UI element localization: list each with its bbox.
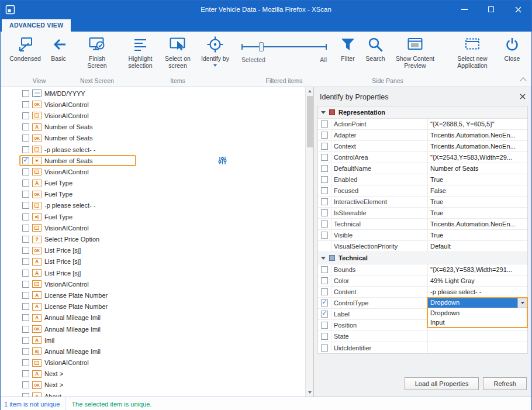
tree-item-checkbox[interactable] xyxy=(22,213,29,220)
property-row[interactable]: AdapterTricentis.Automation.NeoEn... xyxy=(318,130,527,141)
tree-item-checkbox[interactable] xyxy=(22,337,29,344)
tree-row[interactable]: ?Select Price Option xyxy=(1,233,305,244)
property-row[interactable]: UidcIdentifier xyxy=(318,342,527,353)
property-row[interactable]: IsSteerableTrue xyxy=(318,208,527,219)
tree-row[interactable]: a|Annual Mileage Imil xyxy=(1,346,305,357)
property-row[interactable]: VisualSelectionPriorityDefault xyxy=(318,241,527,252)
tree-row[interactable]: AAnnual Mileage Imil xyxy=(1,312,305,323)
tree-item-checkbox[interactable] xyxy=(22,270,29,277)
dropdown-combo[interactable]: Dropdown xyxy=(428,298,527,308)
property-checkbox[interactable] xyxy=(321,322,328,329)
property-section-header[interactable]: Representation xyxy=(318,106,527,119)
property-row[interactable]: VisibleTrue xyxy=(318,230,527,241)
tree-row[interactable]: AAbout xyxy=(1,391,305,397)
property-checkbox[interactable] xyxy=(321,154,328,161)
tree-row[interactable]: OKFuel Type xyxy=(1,189,305,200)
property-row[interactable]: ContextTricentis.Automation.NeoEn... xyxy=(318,141,527,152)
select-on-screen-button[interactable]: Select on screen xyxy=(160,35,196,70)
property-row[interactable]: DefaultNameNumber of Seats xyxy=(318,163,527,174)
property-checkbox[interactable] xyxy=(321,120,328,128)
tree-item-checkbox[interactable] xyxy=(22,157,29,164)
property-checkbox[interactable] xyxy=(321,232,328,239)
property-checkbox[interactable] xyxy=(321,198,328,205)
property-checkbox[interactable] xyxy=(321,143,328,150)
expand-triangle-icon[interactable] xyxy=(321,111,326,114)
filter-button[interactable]: Filter xyxy=(335,35,361,62)
tree-row[interactable]: ALicense Plate Number xyxy=(1,290,305,301)
property-checkbox[interactable] xyxy=(321,299,328,306)
close-button[interactable] xyxy=(505,1,531,18)
tree-item-checkbox[interactable] xyxy=(22,381,29,388)
tree-row[interactable]: AList Price [sj] xyxy=(1,256,305,267)
close-properties-button[interactable] xyxy=(520,93,526,101)
search-button[interactable]: Search xyxy=(362,35,389,62)
tree-row[interactable]: OKList Price [sj] xyxy=(1,245,305,256)
tree-row[interactable]: AImil xyxy=(1,335,305,346)
scroll-up-icon[interactable] xyxy=(306,87,313,95)
property-checkbox[interactable] xyxy=(321,333,328,340)
dropdown-arrow-button[interactable] xyxy=(517,298,527,308)
property-checkbox[interactable] xyxy=(321,176,328,183)
tree-row[interactable]: OKAnnual Mileage Imil xyxy=(1,323,305,335)
scroll-down-icon[interactable] xyxy=(306,388,313,397)
expand-triangle-icon[interactable] xyxy=(321,257,326,260)
tree-row[interactable]: AList Price [sj] xyxy=(1,267,305,278)
tab-advanced-view[interactable]: ADVANCED VIEW xyxy=(2,19,71,32)
tree-row[interactable]: ANumber of Seats xyxy=(1,122,305,133)
tree-row[interactable]: VisionAIControl xyxy=(1,278,305,290)
property-row[interactable]: InteractiveElementTrue xyxy=(318,197,527,208)
identify-by-button[interactable]: Identify by xyxy=(197,35,233,67)
controltype-dropdown[interactable]: DropdownDropdownInput xyxy=(427,297,528,328)
show-content-preview-button[interactable]: Show Content Preview xyxy=(390,35,440,70)
property-checkbox[interactable] xyxy=(321,288,328,295)
tree-item-checkbox[interactable] xyxy=(22,348,29,355)
property-row[interactable]: ActionPoint"{X=2688,5, Y=605,5}" xyxy=(318,119,527,130)
maximize-button[interactable] xyxy=(478,1,505,18)
tree-item-checkbox[interactable] xyxy=(22,359,29,366)
tree-item-checkbox[interactable] xyxy=(22,281,29,288)
dropdown-option[interactable]: Input xyxy=(428,318,527,327)
tree-item-checkbox[interactable] xyxy=(22,303,29,310)
property-row[interactable]: Bounds"{X=623,Y=583,Width=291... xyxy=(318,264,527,275)
close-xscan-button[interactable]: Close xyxy=(499,35,526,62)
column-filter-icon[interactable] xyxy=(218,156,227,167)
refresh-button[interactable]: Refresh xyxy=(483,377,527,390)
tree-row[interactable]: a|Fuel Type xyxy=(1,211,305,222)
property-checkbox[interactable] xyxy=(321,132,328,139)
property-row[interactable]: Color49% Light Gray xyxy=(318,275,527,287)
tree-item-checkbox[interactable] xyxy=(22,90,29,97)
tree-item-checkbox[interactable] xyxy=(22,393,29,397)
tree-row[interactable]: -p please select- - xyxy=(1,200,305,211)
property-row[interactable]: Content-p please select- - xyxy=(318,287,527,298)
property-checkbox[interactable] xyxy=(321,344,328,352)
property-checkbox[interactable] xyxy=(321,266,328,273)
tree-item-checkbox[interactable] xyxy=(22,112,29,119)
tree-row[interactable]: ALicense Plate Number xyxy=(1,301,305,312)
tree-item-checkbox[interactable] xyxy=(22,135,29,142)
tree-row[interactable]: VisionAIControl xyxy=(1,222,305,233)
tree-item-checkbox[interactable] xyxy=(22,225,29,232)
tree-item-checkbox[interactable] xyxy=(22,123,29,130)
property-checkbox[interactable] xyxy=(321,277,328,284)
tree-row[interactable]: VisionAIControl xyxy=(1,166,305,177)
tree-item-checkbox[interactable] xyxy=(22,314,29,321)
tree-row[interactable]: OKNext > xyxy=(1,380,305,391)
tree-item-checkbox[interactable] xyxy=(22,236,29,243)
property-row[interactable]: TechnicalTricentis.Automation.NeoEn... xyxy=(318,219,527,230)
property-checkbox[interactable] xyxy=(321,220,328,228)
slider-track[interactable] xyxy=(241,46,327,47)
basic-button[interactable]: Basic xyxy=(45,35,72,62)
filtered-items-slider[interactable]: Selected All xyxy=(240,39,328,69)
tree-item-checkbox[interactable] xyxy=(22,292,29,299)
property-checkbox[interactable] xyxy=(321,311,328,318)
property-row[interactable]: ControlTypeDropdownDropdownInput xyxy=(318,298,527,309)
tree-row[interactable]: OKNumber of Seats xyxy=(1,133,305,144)
tree-item-checkbox[interactable] xyxy=(22,180,29,187)
tree-item-checkbox[interactable] xyxy=(22,247,29,254)
tree-row[interactable]: AFuel Type xyxy=(1,178,305,189)
property-row[interactable]: FocusedFalse xyxy=(318,185,527,197)
tree-row[interactable]: OKVisionAIControl xyxy=(1,99,305,110)
property-checkbox[interactable] xyxy=(321,165,328,172)
select-new-application-button[interactable]: Select new Application xyxy=(447,35,498,70)
tree-item-checkbox[interactable] xyxy=(22,326,29,333)
